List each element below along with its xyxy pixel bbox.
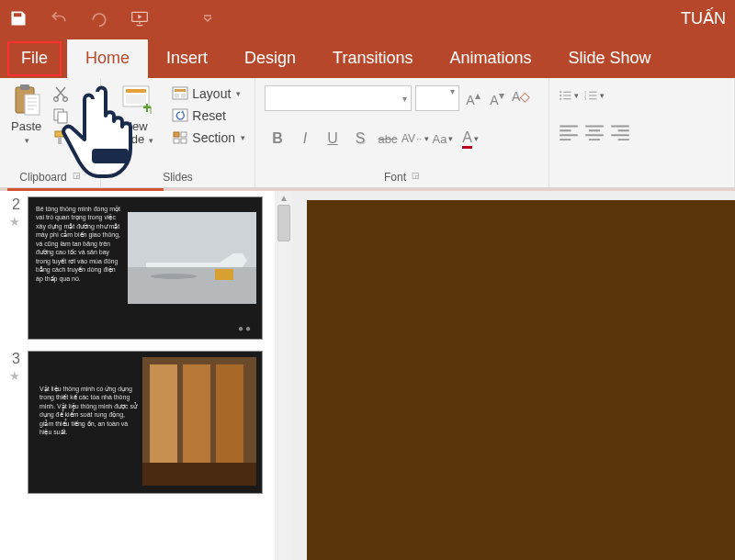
ribbon-tabs: File Home Insert Design Transitions Anim… [0, 37, 735, 78]
thumbnail-slide-2[interactable]: 2 ★ Bê tông thông minh đóng một vai trò … [4, 196, 271, 340]
text-shadow-button[interactable]: S [347, 126, 373, 151]
font-color-button[interactable]: A▾ [458, 126, 483, 151]
svg-point-24 [560, 98, 561, 100]
layout-button[interactable]: Layout▾ [168, 84, 249, 104]
tab-insert[interactable]: Insert [148, 39, 226, 78]
slide-number: 3 [4, 351, 20, 367]
chevron-down-icon: ▾ [236, 89, 241, 98]
tab-slideshow[interactable]: Slide Show [550, 39, 670, 78]
font-label: Font [384, 171, 406, 184]
clear-formatting-button[interactable]: A◇ [511, 88, 531, 108]
svg-rect-36 [142, 463, 256, 486]
slide-body-text: Bê tông thông minh đóng một vai trò quan… [36, 205, 124, 283]
bullets-button[interactable]: ▾ [559, 87, 579, 104]
svg-rect-20 [174, 139, 179, 143]
workspace: 2 ★ Bê tông thông minh đóng một vai trò … [0, 191, 735, 560]
svg-rect-18 [174, 132, 179, 137]
chevron-down-icon: ▾ [600, 91, 605, 100]
save-icon[interactable] [9, 9, 28, 28]
slides-label: Slides [163, 171, 193, 184]
chevron-down-icon: ▾ [447, 86, 458, 110]
paste-label: Paste [11, 119, 41, 133]
chevron-down-icon: ▾ [399, 94, 411, 104]
char-spacing-button[interactable]: AV↔▾ [402, 126, 428, 151]
strikethrough-button[interactable]: abc [375, 126, 401, 151]
scroll-up-icon[interactable]: ▲ [279, 193, 288, 203]
svg-rect-3 [25, 95, 40, 115]
tab-design[interactable]: Design [226, 39, 314, 78]
bold-button[interactable]: B [265, 126, 290, 151]
font-dialog-icon[interactable]: ◲ [412, 171, 420, 184]
slide-image-placeholder [128, 212, 256, 304]
title-bar: TUẤN [0, 0, 735, 37]
svg-rect-14 [175, 89, 186, 92]
section-icon [172, 129, 188, 146]
slideshow-from-start-icon[interactable] [130, 9, 149, 28]
section-label: Section [192, 130, 235, 145]
group-paragraph: ▾ 123▾ [549, 78, 735, 187]
chevron-down-icon: ▾ [448, 134, 453, 143]
slide-body-text: Vật liệu thông minh có ứng dụng trong th… [40, 385, 139, 437]
svg-point-22 [560, 91, 561, 93]
reset-icon [172, 107, 188, 124]
chevron-down-icon: ▾ [241, 133, 245, 142]
svg-rect-21 [181, 139, 187, 143]
svg-rect-37 [92, 149, 129, 163]
svg-rect-15 [175, 94, 179, 98]
svg-rect-31 [215, 269, 233, 280]
svg-text:3: 3 [584, 97, 586, 101]
redo-icon[interactable] [90, 9, 108, 28]
svg-rect-19 [181, 132, 187, 137]
svg-rect-33 [150, 364, 177, 475]
layout-icon [172, 85, 188, 102]
reset-button[interactable]: Reset [168, 106, 249, 126]
animation-star-icon: ★ [4, 369, 20, 383]
slide-number: 2 [4, 196, 20, 213]
thumbnail-scrollbar[interactable]: ▲ [276, 191, 292, 560]
undo-icon[interactable] [50, 9, 68, 28]
slide-thumbnail-panel: 2 ★ Bê tông thông minh đóng một vai trò … [0, 191, 276, 560]
quick-access-toolbar [9, 9, 217, 28]
group-font: ▾ ▾ A▴ A▾ A◇ B I U S abc AV↔▾ Aa▾ A▾ Fon… [255, 78, 549, 187]
thumbnail-slide-3[interactable]: 3 ★ Vật liệu thông minh có ứng dụng tron… [4, 351, 271, 494]
qat-customize-icon[interactable] [198, 9, 217, 28]
reset-label: Reset [192, 108, 226, 123]
grow-font-button[interactable]: A▴ [463, 88, 483, 108]
svg-point-30 [151, 274, 197, 279]
slide-page-dots: ●● [238, 323, 253, 333]
chevron-down-icon: ▾ [474, 134, 479, 143]
font-name-combo[interactable]: ▾ [265, 85, 412, 111]
scroll-thumb[interactable] [277, 205, 290, 241]
align-center-button[interactable] [584, 124, 605, 140]
tab-file[interactable]: File [7, 41, 62, 76]
current-slide-canvas[interactable] [307, 200, 735, 560]
font-size-combo[interactable]: ▾ [415, 85, 459, 111]
svg-point-23 [560, 95, 561, 96]
chevron-down-icon: ▾ [25, 136, 29, 145]
svg-rect-29 [128, 267, 256, 304]
chevron-down-icon: ▾ [574, 91, 579, 100]
section-button[interactable]: Section▾ [168, 128, 249, 148]
svg-rect-35 [216, 364, 243, 475]
chevron-down-icon: ▾ [424, 134, 429, 143]
animation-star-icon: ★ [4, 215, 20, 229]
tutorial-pointer-hand-icon [53, 79, 164, 189]
slide-image-placeholder [142, 357, 256, 486]
layout-label: Layout [192, 86, 231, 101]
svg-rect-16 [181, 94, 186, 98]
paste-icon [12, 84, 43, 118]
change-case-button[interactable]: Aa▾ [430, 126, 456, 151]
underline-button[interactable]: U [320, 126, 345, 151]
tab-animations[interactable]: Animations [431, 39, 549, 78]
document-title: TUẤN [681, 8, 726, 28]
slide-editor-area[interactable] [292, 191, 735, 560]
tab-transitions[interactable]: Transitions [314, 39, 431, 78]
numbering-button[interactable]: 123▾ [584, 87, 605, 104]
paste-button[interactable]: Paste▾ [6, 82, 49, 149]
align-right-button[interactable] [610, 124, 630, 140]
shrink-font-button[interactable]: A▾ [487, 88, 507, 108]
italic-button[interactable]: I [292, 126, 318, 151]
svg-rect-2 [20, 84, 29, 90]
align-left-button[interactable] [559, 124, 579, 140]
tab-home[interactable]: Home [67, 39, 148, 78]
